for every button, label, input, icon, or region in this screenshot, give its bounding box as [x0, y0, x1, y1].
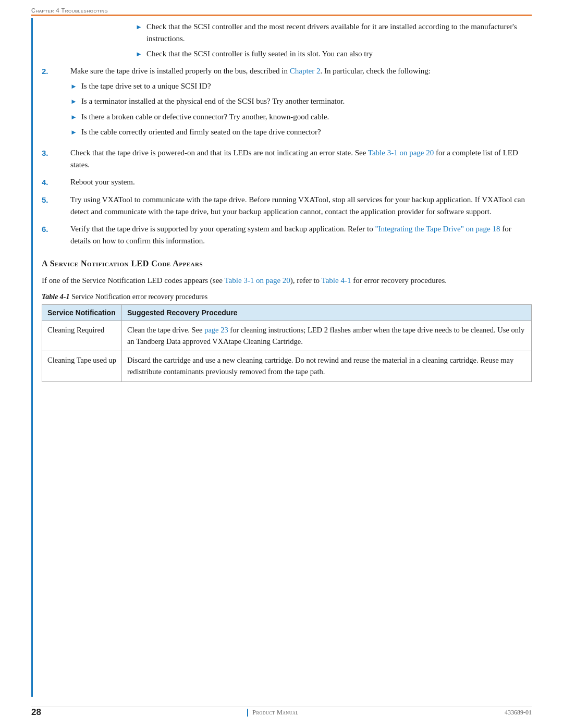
sub-bullet-2-2: ► Is a terminator installed at the physi… — [70, 95, 532, 107]
num-label-2: 2. — [42, 65, 70, 77]
section-body-part1: If one of the Service Notification LED c… — [42, 276, 223, 285]
table-cell-1-1: Cleaning Required — [42, 320, 122, 351]
sub-bullet-text-2-1: Is the tape drive set to a unique SCSI I… — [81, 80, 532, 92]
table-row-1: Cleaning Required Clean the tape drive. … — [42, 320, 532, 351]
chapter-header: Chapter 4 Troubleshooting — [31, 7, 108, 14]
arrow-icon-sub-2-2: ► — [70, 96, 77, 107]
table-cell-1-2: Clean the tape drive. See page 23 for cl… — [122, 320, 532, 351]
left-bar — [31, 18, 33, 697]
table-caption-bold: Table 4-1 — [42, 293, 70, 301]
num-label-6: 6. — [42, 223, 70, 235]
service-notification-table: Service Notification Suggested Recovery … — [42, 304, 532, 382]
sub-bullet-2-3: ► Is there a broken cable or defective c… — [70, 111, 532, 123]
num-text-5: Try using VXATool to communicate with th… — [70, 194, 532, 218]
arrow-icon-sub-2-4: ► — [70, 127, 77, 138]
table-caption-text: Service Notification error recovery proc… — [70, 293, 208, 301]
sub-bullet-text-2-3: Is there a broken cable or defective con… — [81, 111, 532, 123]
num-text-6-before: Verify that the tape drive is supported … — [70, 225, 373, 233]
section-body-part3: for error recovery procedures. — [351, 276, 447, 285]
chapter2-link[interactable]: Chapter 2 — [290, 67, 321, 75]
top-bullets: ► Check that the SCSI controller and the… — [136, 21, 532, 60]
bullet-item-2: ► Check that the SCSI controller is full… — [136, 48, 532, 60]
num-text-3: Check that the tape drive is powered-on … — [70, 147, 532, 171]
table-caption: Table 4-1 Service Notification error rec… — [42, 293, 532, 301]
footer-center-label: Product Manual — [247, 709, 298, 717]
bullet-text-2: Check that the SCSI controller is fully … — [146, 48, 532, 60]
footer-right-label: 433689-01 — [505, 709, 532, 717]
numbered-item-3: 3. Check that the tape drive is powered-… — [42, 147, 532, 171]
num-label-5: 5. — [42, 194, 70, 206]
num-text-2-before: Make sure the tape drive is installed pr… — [70, 67, 288, 75]
bullet-item-1: ► Check that the SCSI controller and the… — [136, 21, 532, 44]
sub-bullet-text-2-4: Is the cable correctly oriented and firm… — [81, 126, 532, 138]
num-text-2-after: . In particular, check the following: — [320, 67, 430, 75]
numbered-item-5: 5. Try using VXATool to communicate with… — [42, 194, 532, 218]
sub-bullet-text-2-2: Is a terminator installed at the physica… — [81, 95, 532, 107]
section-body-part2: ), refer to — [290, 276, 320, 285]
table-cell-1-2-text: Clean the tape drive. See page 23 for cl… — [127, 326, 524, 346]
num-label-4: 4. — [42, 176, 70, 188]
numbered-item-2: 2. Make sure the tape drive is installed… — [42, 65, 532, 142]
bullet-text-1: Check that the SCSI controller and the m… — [146, 21, 532, 44]
section-link1[interactable]: Table 3-1 on page 20 — [224, 276, 290, 285]
col-header-recovery-procedure: Suggested Recovery Procedure — [122, 304, 532, 320]
sub-bullets-2: ► Is the tape drive set to a unique SCSI… — [70, 80, 532, 138]
top-rule — [31, 15, 532, 16]
num-text-3-before: Check that the tape drive is powered-on … — [70, 149, 366, 157]
table-cell-2-1: Cleaning Tape used up — [42, 351, 122, 382]
numbered-list: 2. Make sure the tape drive is installed… — [42, 65, 532, 248]
table-header-row: Service Notification Suggested Recovery … — [42, 304, 532, 320]
arrow-icon-sub-2-3: ► — [70, 112, 77, 122]
page-number: 28 — [31, 707, 41, 718]
table-row-2: Cleaning Tape used up Discard the cartri… — [42, 351, 532, 382]
sub-bullet-2-1: ► Is the tape drive set to a unique SCSI… — [70, 80, 532, 92]
section-heading: A Service Notification LED Code Appears — [42, 259, 532, 268]
page23-link[interactable]: page 23 — [204, 326, 228, 334]
integrating-link[interactable]: "Integrating the Tape Drive" on page 18 — [375, 225, 500, 233]
num-text-4: Reboot your system. — [70, 176, 532, 188]
num-label-3: 3. — [42, 147, 70, 159]
numbered-item-4: 4. Reboot your system. — [42, 176, 532, 188]
numbered-item-6: 6. Verify that the tape drive is support… — [42, 223, 532, 248]
table31-link[interactable]: Table 3-1 on page 20 — [368, 149, 434, 157]
num-text-6: Verify that the tape drive is supported … — [70, 223, 532, 248]
page-footer: 28 Product Manual 433689-01 — [31, 707, 532, 718]
page-container: Chapter 4 Troubleshooting ► Check that t… — [0, 0, 563, 728]
arrow-icon-1: ► — [136, 22, 142, 32]
sub-bullet-2-4: ► Is the cable correctly oriented and fi… — [70, 126, 532, 138]
table-cell-2-2: Discard the cartridge and use a new clea… — [122, 351, 532, 382]
col-header-service-notification: Service Notification — [42, 304, 122, 320]
arrow-icon-sub-2-1: ► — [70, 81, 77, 92]
main-content: ► Check that the SCSI controller and the… — [42, 21, 532, 686]
num-text-2: Make sure the tape drive is installed pr… — [70, 65, 532, 142]
section-body: If one of the Service Notification LED c… — [42, 275, 532, 287]
arrow-icon-2: ► — [136, 49, 142, 59]
section-link2[interactable]: Table 4-1 — [322, 276, 351, 285]
